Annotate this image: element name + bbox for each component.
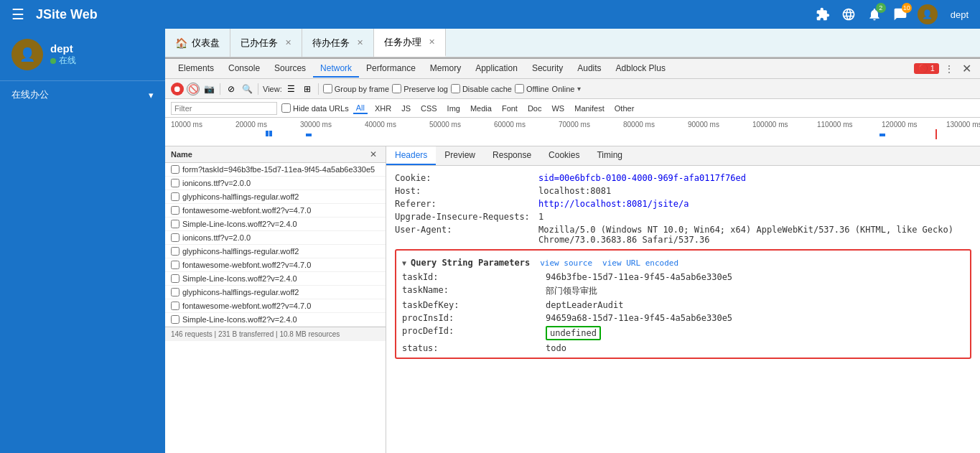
devtools-tab-adblock[interactable]: Adblock Plus <box>609 60 673 78</box>
file-checkbox-1[interactable] <box>171 179 179 187</box>
detail-tab-headers[interactable]: Headers <box>386 146 436 165</box>
file-list: Name ✕ form?taskId=946b3fbe-15d7-11ea-9f… <box>165 146 386 453</box>
file-item-8[interactable]: Simple-Line-Icons.woff2?v=2.4.0 <box>165 272 386 286</box>
filter-all[interactable]: All <box>353 103 368 114</box>
file-checkbox-11[interactable] <box>171 315 179 324</box>
file-item-1[interactable]: ionicons.ttf?v=2.0.0 <box>165 177 386 190</box>
offline-checkbox[interactable] <box>515 84 524 93</box>
file-item-0[interactable]: form?taskId=946b3fbe-15d7-11ea-9f45-4a5a… <box>165 163 386 177</box>
devtools-tab-sources[interactable]: Sources <box>267 60 313 78</box>
globe-icon[interactable] <box>840 6 857 23</box>
tab-done-tasks[interactable]: 已办任务 ✕ <box>230 29 302 57</box>
hide-data-urls-label[interactable]: Hide data URLs <box>281 103 349 113</box>
filter-media[interactable]: Media <box>467 103 495 113</box>
group-by-frame-label[interactable]: Group by frame <box>323 84 389 93</box>
tab-dashboard[interactable]: 🏠 仪表盘 <box>165 29 230 57</box>
filter-css[interactable]: CSS <box>418 103 440 113</box>
devtools-tab-elements[interactable]: Elements <box>171 60 221 78</box>
file-item-4[interactable]: Simple-Line-Icons.woff2?v=2.4.0 <box>165 218 386 231</box>
filter-bar: Hide data URLs All XHR JS CSS Img Media … <box>165 99 980 118</box>
file-checkbox-9[interactable] <box>171 288 179 296</box>
close-tab-done[interactable]: ✕ <box>285 38 291 47</box>
preserve-log-checkbox[interactable] <box>392 84 401 93</box>
detail-tab-cookies[interactable]: Cookies <box>540 146 588 165</box>
file-checkbox-0[interactable] <box>171 165 179 174</box>
devtools-tab-performance[interactable]: Performance <box>359 60 423 78</box>
group-by-frame-checkbox[interactable] <box>323 84 332 93</box>
view-source-link[interactable]: view source <box>540 258 592 268</box>
filter-ws[interactable]: WS <box>549 103 567 113</box>
view-grid-btn[interactable]: ⊞ <box>301 83 314 95</box>
file-checkbox-3[interactable] <box>171 206 179 215</box>
file-item-3[interactable]: fontawesome-webfont.woff2?v=4.7.0 <box>165 204 386 218</box>
close-tab-pending[interactable]: ✕ <box>357 38 363 47</box>
file-checkbox-2[interactable] <box>171 192 179 201</box>
hide-data-urls-checkbox[interactable] <box>281 103 291 113</box>
file-item-7[interactable]: fontawesome-webfont.woff2?v=4.7.0 <box>165 258 386 272</box>
disable-cache-label[interactable]: Disable cache <box>451 84 512 93</box>
devtools-tab-console[interactable]: Console <box>221 60 267 78</box>
tab-pending-tasks[interactable]: 待办任务 ✕ <box>302 29 374 57</box>
detail-tab-preview[interactable]: Preview <box>436 146 484 165</box>
filter-input[interactable] <box>171 102 277 115</box>
devtools-more-btn[interactable]: ⋮ <box>942 62 956 75</box>
file-item-10[interactable]: fontawesome-webfont.woff2?v=4.7.0 <box>165 299 386 313</box>
close-detail-btn[interactable]: ✕ <box>367 149 380 159</box>
filter-doc[interactable]: Doc <box>525 103 545 113</box>
file-checkbox-7[interactable] <box>171 261 179 269</box>
preserve-log-label[interactable]: Preserve log <box>392 84 448 93</box>
filter-other[interactable]: Other <box>612 103 638 113</box>
file-item-6[interactable]: glyphicons-halflings-regular.woff2 <box>165 245 386 258</box>
notif-badge-1: 2 <box>876 3 886 13</box>
menu-icon[interactable]: ☰ <box>11 6 24 23</box>
param-key-procinsid: procInsId: <box>402 313 546 323</box>
filter-manifest[interactable]: Manifest <box>571 103 607 113</box>
search-btn[interactable]: 🔍 <box>241 83 253 95</box>
filter-img[interactable]: Img <box>444 103 463 113</box>
tab-task-process[interactable]: 任务办理 ✕ <box>374 29 446 57</box>
online-dropdown[interactable]: Online <box>552 85 575 93</box>
view-label: View: <box>263 85 282 93</box>
filter-btn[interactable]: ⊘ <box>225 83 238 95</box>
query-section-header[interactable]: ▼ Query String Parameters view source vi… <box>402 253 964 271</box>
online-office[interactable]: 在线办公 ▾ <box>0 81 165 108</box>
detail-tab-timing[interactable]: Timing <box>588 146 631 165</box>
devtools-tab-network[interactable]: Network <box>313 60 359 78</box>
error-count-btn[interactable]: 🚫 1 <box>914 63 939 74</box>
detail-tab-response[interactable]: Response <box>484 146 540 165</box>
file-checkbox-8[interactable] <box>171 274 179 283</box>
user-name: dept <box>50 42 76 55</box>
file-item-2[interactable]: glyphicons-halflings-regular.woff2 <box>165 190 386 204</box>
view-list-btn[interactable]: ☰ <box>285 83 298 95</box>
offline-label[interactable]: Offline <box>515 84 549 93</box>
file-checkbox-10[interactable] <box>171 302 179 310</box>
plugin-icon[interactable] <box>814 6 831 23</box>
triangle-icon: ▼ <box>402 259 406 267</box>
record-btn[interactable]: ⏺ <box>171 83 184 95</box>
file-checkbox-6[interactable] <box>171 247 179 256</box>
devtools-tab-application[interactable]: Application <box>468 60 525 78</box>
devtools-tab-security[interactable]: Security <box>525 60 570 78</box>
devtools-tab-memory[interactable]: Memory <box>423 60 468 78</box>
file-item-11[interactable]: Simple-Line-Icons.woff2?v=2.4.0 <box>165 313 386 327</box>
devtools-close-btn[interactable]: ✕ <box>959 62 974 75</box>
notif-badge-2: 10 <box>902 3 912 13</box>
filter-font[interactable]: Font <box>499 103 521 113</box>
filter-xhr[interactable]: XHR <box>372 103 394 113</box>
devtools-tab-audits[interactable]: Audits <box>570 60 608 78</box>
camera-btn[interactable]: 📷 <box>202 83 215 95</box>
clear-btn[interactable]: 🚫 <box>187 83 200 95</box>
param-val-taskid: 946b3fbe-15d7-11ea-9f45-4a5ab6e330e5 <box>546 272 732 282</box>
notification-icon-1[interactable]: 2 <box>866 6 883 23</box>
header-val-ua: Mozilla/5.0 (Windows NT 10.0; Win64; x64… <box>538 225 971 245</box>
filter-js[interactable]: JS <box>398 103 414 113</box>
notification-icon-2[interactable]: 10 <box>892 6 909 23</box>
file-item-5[interactable]: ionicons.ttf?v=2.0.0 <box>165 231 386 245</box>
file-checkbox-5[interactable] <box>171 233 179 242</box>
file-item-9[interactable]: glyphicons-halflings-regular.woff2 <box>165 286 386 299</box>
user-avatar-top[interactable]: 👤 <box>918 4 938 24</box>
close-tab-process[interactable]: ✕ <box>429 37 435 47</box>
file-checkbox-4[interactable] <box>171 220 179 228</box>
view-url-link[interactable]: view URL encoded <box>602 258 678 268</box>
disable-cache-checkbox[interactable] <box>451 84 460 93</box>
